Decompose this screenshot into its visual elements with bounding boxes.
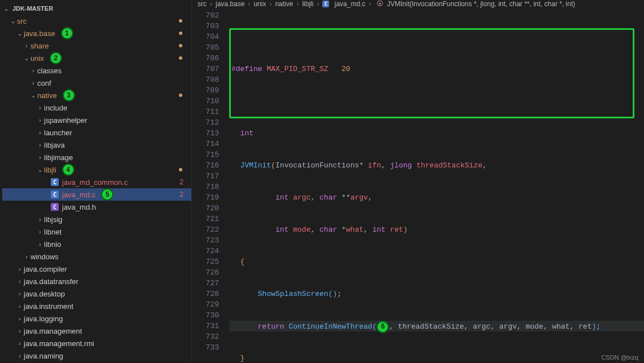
folder-libnio[interactable]: › libnio	[2, 238, 191, 250]
chevron-right-icon: ›	[16, 340, 24, 347]
folder-label: java.management	[24, 327, 82, 335]
folder-launcher[interactable]: › launcher	[2, 126, 191, 139]
folder-label: src	[17, 17, 27, 25]
chevron-down-icon: ⌄	[2, 6, 10, 12]
folder-java-logging[interactable]: › java.logging	[2, 312, 191, 325]
chevron-right-icon: ›	[16, 266, 24, 272]
folder-libjimage[interactable]: › libjimage	[2, 151, 191, 163]
chevron-down-icon: ⌄	[36, 167, 44, 173]
folder-libjava[interactable]: › libjava	[2, 139, 191, 151]
breadcrumb[interactable]: src› java.base› unix› native› libjli› C …	[192, 0, 644, 8]
breadcrumb-item[interactable]: libjli	[302, 0, 313, 8]
chevron-right-icon: ›	[36, 142, 44, 148]
folder-label: java.compiler	[24, 265, 67, 273]
folder-libjsig[interactable]: › libjsig	[2, 213, 191, 225]
chevron-right-icon: ›	[23, 43, 30, 49]
chevron-right-icon: ›	[23, 254, 30, 260]
file-java-md-common[interactable]: · C java_md_common.c 2	[2, 176, 191, 188]
chevron-right-icon: ›	[16, 278, 24, 285]
folder-java-base[interactable]: ⌄ java.base 1	[2, 27, 191, 39]
folder-label: jspawnhelper	[44, 116, 87, 125]
folder-label: include	[44, 104, 67, 112]
folder-label: libjimage	[44, 153, 73, 162]
chevron-down-icon: ⌄	[23, 55, 30, 61]
c-file-icon: C	[51, 178, 59, 186]
folder-label: unix	[30, 54, 44, 63]
chevron-right-icon: ›	[16, 353, 24, 359]
folder-label: libnio	[44, 240, 61, 249]
folder-label: conf	[37, 79, 51, 87]
breadcrumb-item[interactable]: unix	[253, 0, 266, 8]
file-java-md-h[interactable]: · C java_md.h	[2, 201, 191, 213]
breadcrumb-symbol[interactable]: JVMInit(InvocationFunctions *, jlong, in…	[387, 0, 575, 8]
modified-dot-icon	[179, 32, 182, 35]
modified-dot-icon	[179, 94, 182, 97]
folder-label: launcher	[44, 129, 72, 137]
folder-label: share	[30, 42, 49, 50]
chevron-right-icon: ›	[16, 291, 24, 297]
chevron-right-icon: ›	[29, 80, 37, 86]
folder-java-desktop[interactable]: › java.desktop	[2, 287, 191, 300]
folder-label: libjsig	[44, 215, 63, 224]
file-label: java_md.c	[62, 191, 95, 199]
breadcrumb-item[interactable]: native	[275, 0, 293, 8]
folder-include[interactable]: › include	[2, 101, 191, 114]
folder-java-datatransfer[interactable]: › java.datatransfer	[2, 275, 191, 287]
folder-label: java.instrument	[24, 302, 73, 311]
folder-classes[interactable]: › classes	[2, 64, 191, 77]
folder-java-instrument[interactable]: › java.instrument	[2, 300, 191, 312]
modified-dot-icon	[179, 168, 182, 171]
chevron-right-icon: ›	[16, 303, 24, 309]
folder-java-naming[interactable]: › java.naming	[2, 349, 191, 362]
folder-native[interactable]: ⌄ native 3	[2, 89, 191, 101]
chevron-right-icon: ›	[29, 68, 37, 74]
chevron-down-icon: ⌄	[29, 92, 37, 99]
chevron-right-icon: ›	[36, 117, 44, 123]
file-label: java_md.h	[62, 203, 96, 211]
callout-badge: 3	[63, 89, 75, 101]
folder-label: libnet	[44, 228, 62, 236]
error-count: 2	[179, 191, 183, 198]
folder-label: java.management.rmi	[24, 339, 94, 348]
folder-conf[interactable]: › conf	[2, 77, 191, 89]
modified-dot-icon	[179, 44, 182, 47]
breadcrumb-file[interactable]: C java_md.c	[322, 0, 365, 8]
project-label: JDK-MASTER	[10, 5, 53, 12]
folder-label: java.base	[24, 29, 55, 38]
file-label: java_md_common.c	[62, 178, 128, 187]
breadcrumb-item[interactable]: java.base	[216, 0, 244, 8]
folder-label: classes	[37, 67, 62, 75]
callout-badge: 6	[376, 321, 389, 333]
folder-label: java.desktop	[24, 290, 65, 298]
folder-libnet[interactable]: › libnet	[2, 225, 191, 238]
folder-java-management[interactable]: › java.management	[2, 325, 191, 337]
folder-jspawnhelper[interactable]: › jspawnhelper	[2, 114, 191, 126]
modified-dot-icon	[179, 56, 182, 60]
breadcrumb-item[interactable]: src	[198, 0, 207, 8]
watermark: CSDN @txzq	[601, 354, 638, 361]
folder-label: java.logging	[24, 315, 63, 323]
editor-pane: src› java.base› unix› native› libjli› C …	[192, 0, 644, 363]
code-editor[interactable]: 7027037047057067077087097107117127137147…	[192, 8, 644, 363]
folder-libjli[interactable]: ⌄ libjli 4	[2, 163, 191, 176]
chevron-right-icon: ›	[16, 316, 24, 322]
folder-java-compiler[interactable]: › java.compiler	[2, 263, 191, 275]
c-file-icon: C	[51, 191, 59, 198]
folder-share[interactable]: › share	[2, 39, 191, 52]
folder-src[interactable]: ⌄ src	[2, 15, 191, 27]
folder-unix[interactable]: ⌄ unix 2	[2, 52, 191, 64]
folder-label: libjava	[44, 141, 65, 149]
c-header-icon: C	[51, 203, 59, 211]
file-explorer: ⌄ JDK-MASTER ⌄ src ⌄ java.base 1 › share…	[0, 0, 192, 363]
callout-badge: 5	[101, 188, 113, 201]
chevron-right-icon: ›	[36, 241, 44, 247]
file-java-md-c[interactable]: · C java_md.c 5 2	[2, 188, 191, 201]
folder-label: native	[37, 91, 57, 100]
project-root[interactable]: ⌄ JDK-MASTER	[2, 2, 191, 15]
folder-java-management-rmi[interactable]: › java.management.rmi	[2, 337, 191, 349]
folder-windows[interactable]: › windows	[2, 250, 191, 263]
c-file-icon: C	[322, 1, 329, 7]
chevron-right-icon: ›	[36, 229, 44, 235]
folder-label: java.datatransfer	[24, 277, 78, 286]
code-content[interactable]: #define MAX_PID_STR_SZ 20 int JVMInit(In…	[229, 8, 644, 363]
